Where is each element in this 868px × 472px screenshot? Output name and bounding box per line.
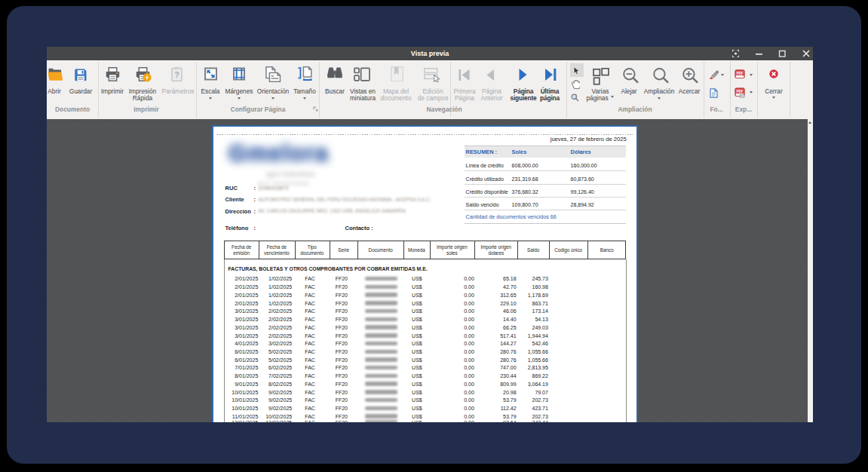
svg-text:PDF: PDF (736, 72, 743, 75)
svg-text:?: ? (174, 71, 179, 79)
svg-text:PDF: PDF (736, 89, 743, 93)
